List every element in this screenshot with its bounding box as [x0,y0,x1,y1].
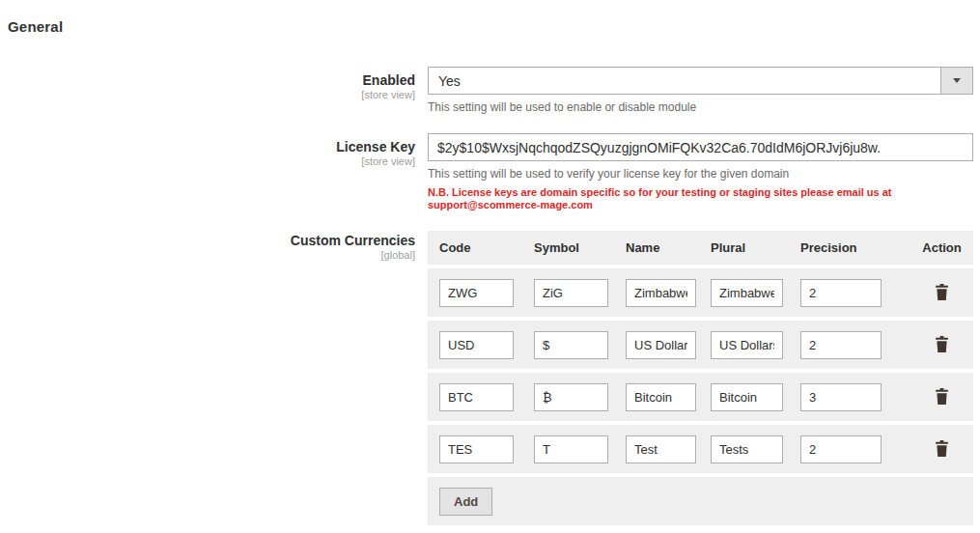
currency-plural-input[interactable] [711,279,783,307]
delete-row-button[interactable] [930,281,954,303]
currency-plural-input[interactable] [711,435,783,463]
page-title: General [8,18,973,35]
col-header-symbol: Symbol [522,231,614,265]
enabled-label: Enabled [8,72,415,88]
field-row-license-key: License Key [store view] This setting wi… [8,133,973,211]
currency-row [428,373,973,421]
currency-code-input[interactable] [439,383,514,411]
currency-code-input[interactable] [439,331,514,359]
table-footer-row: Add [428,477,973,525]
field-row-enabled: Enabled [store view] Yes This setting wi… [8,67,973,114]
chevron-down-icon [953,78,961,83]
license-key-label: License Key [8,139,415,154]
col-header-name: Name [614,231,699,265]
custom-currencies-scope-label: [global] [8,249,415,261]
field-row-custom-currencies: Custom Currencies [global] Code Symbol N… [8,227,973,533]
trash-icon [935,336,949,352]
col-header-action: Action [910,231,973,265]
license-key-scope-label: [store view] [8,155,415,167]
delete-row-button[interactable] [930,385,954,407]
col-header-code: Code [428,231,522,265]
custom-currencies-table: Code Symbol Name Plural Precision Action [428,227,973,529]
currency-row [428,268,973,317]
table-header-row: Code Symbol Name Plural Precision Action [428,231,973,265]
currency-precision-input[interactable] [800,331,882,359]
currency-plural-input[interactable] [711,331,783,359]
currency-symbol-input[interactable] [534,383,608,411]
enabled-select[interactable]: Yes [428,67,973,95]
delete-row-button[interactable] [930,437,954,460]
enabled-select-value: Yes [429,73,940,89]
currency-name-input[interactable] [626,383,696,411]
trash-icon [935,388,949,405]
currency-name-input[interactable] [626,279,696,307]
license-key-note: This setting will be used to verify your… [428,167,973,181]
license-key-warning: N.B. License keys are domain specific so… [428,186,973,211]
enabled-select-arrow-button[interactable] [940,68,972,94]
license-key-label-group: License Key [store view] [8,133,428,167]
currency-code-input[interactable] [439,279,514,307]
currency-row [428,321,973,369]
general-settings-form: Enabled [store view] Yes This setting wi… [8,67,973,533]
enabled-control: Yes This setting will be used to enable … [428,67,973,114]
enabled-scope-label: [store view] [8,89,415,100]
currency-symbol-input[interactable] [534,279,608,307]
currency-symbol-input[interactable] [534,435,608,463]
currency-name-input[interactable] [626,435,696,463]
currency-precision-input[interactable] [800,279,882,307]
custom-currencies-label-group: Custom Currencies [global] [8,227,428,261]
add-currency-button[interactable]: Add [439,488,492,516]
enabled-label-group: Enabled [store view] [8,67,428,100]
currency-name-input[interactable] [626,331,696,359]
trash-icon [935,284,949,300]
currency-precision-input[interactable] [800,383,882,411]
custom-currencies-label: Custom Currencies [8,233,415,248]
currency-symbol-input[interactable] [534,331,608,359]
enabled-note: This setting will be used to enable or d… [428,100,973,114]
currency-plural-input[interactable] [711,383,783,411]
license-key-input[interactable] [428,133,973,161]
currency-code-input[interactable] [439,435,514,463]
currency-precision-input[interactable] [800,435,882,463]
col-header-precision: Precision [789,231,910,265]
currency-row [428,425,973,473]
custom-currencies-control: Code Symbol Name Plural Precision Action [428,227,973,533]
col-header-plural: Plural [699,231,789,265]
trash-icon [935,440,949,457]
delete-row-button[interactable] [930,333,954,355]
license-key-control: This setting will be used to verify your… [428,133,973,211]
general-settings-page: General Enabled [store view] Yes This se… [0,0,980,533]
